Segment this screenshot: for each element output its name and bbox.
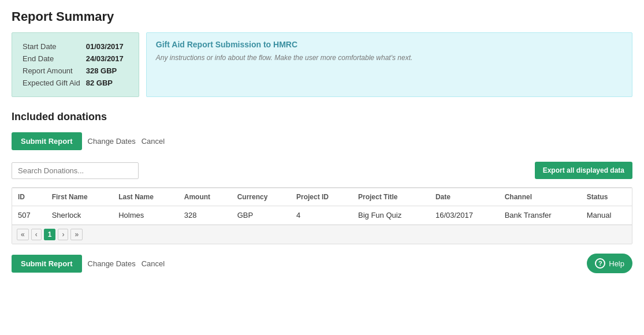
- help-label: Help: [609, 259, 624, 268]
- search-export-row: Export all displayed data: [12, 162, 632, 179]
- export-button[interactable]: Export all displayed data: [535, 162, 632, 179]
- cancel-button-bottom[interactable]: Cancel: [142, 259, 165, 268]
- summary-label: Expected Gift Aid: [23, 77, 85, 88]
- bottom-actions: Submit Report Change Dates Cancel: [12, 255, 165, 273]
- table-column-header: First Name: [46, 188, 113, 206]
- summary-value: 328 GBP: [86, 65, 128, 76]
- pagination-current[interactable]: 1: [44, 229, 56, 240]
- pagination-btn[interactable]: »: [70, 229, 83, 240]
- table-body: 507SherlockHolmes328GBP4Big Fun Quiz16/0…: [12, 206, 632, 225]
- help-icon: ?: [595, 258, 605, 269]
- table-cell: Holmes: [113, 206, 178, 225]
- table-row: 507SherlockHolmes328GBP4Big Fun Quiz16/0…: [12, 206, 632, 225]
- table-cell: GBP: [232, 206, 291, 225]
- bottom-bar: Submit Report Change Dates Cancel ? Help: [12, 254, 632, 273]
- table-column-header: Project Title: [352, 188, 430, 206]
- table-cell: Manual: [581, 206, 632, 225]
- summary-value: 82 GBP: [86, 77, 128, 88]
- summary-label: Start Date: [23, 41, 85, 52]
- table-cell: Bank Transfer: [499, 206, 581, 225]
- help-button[interactable]: ? Help: [587, 254, 632, 273]
- pagination-btn[interactable]: ‹: [31, 229, 42, 240]
- pagination-row: «‹1›»: [12, 225, 632, 244]
- summary-row-item: End Date24/03/2017: [23, 53, 128, 64]
- table-column-header: Last Name: [113, 188, 178, 206]
- change-dates-button-top[interactable]: Change Dates: [88, 137, 136, 146]
- top-action-bar: Submit Report Change Dates Cancel: [12, 132, 632, 150]
- donations-table-wrapper: IDFirst NameLast NameAmountCurrencyProje…: [12, 187, 632, 244]
- page-title: Report Summary: [12, 9, 632, 24]
- table-cell: Sherlock: [46, 206, 113, 225]
- table-column-header: Currency: [232, 188, 291, 206]
- table-cell: 328: [178, 206, 232, 225]
- table-cell: Big Fun Quiz: [352, 206, 430, 225]
- summary-row-item: Expected Gift Aid82 GBP: [23, 77, 128, 88]
- table-column-header: ID: [12, 188, 46, 206]
- summary-table: Start Date01/03/2017End Date24/03/2017Re…: [21, 40, 129, 90]
- summary-blue-box: Gift Aid Report Submission to HMRC Any i…: [146, 32, 632, 97]
- table-header: IDFirst NameLast NameAmountCurrencyProje…: [12, 188, 632, 206]
- summary-value: 24/03/2017: [86, 53, 128, 64]
- table-column-header: Status: [581, 188, 632, 206]
- summary-label: End Date: [23, 53, 85, 64]
- summary-label: Report Amount: [23, 65, 85, 76]
- summary-row-item: Start Date01/03/2017: [23, 41, 128, 52]
- search-input[interactable]: [12, 162, 139, 179]
- table-column-header: Date: [430, 188, 499, 206]
- table-cell: 16/03/2017: [430, 206, 499, 225]
- donations-table: IDFirst NameLast NameAmountCurrencyProje…: [12, 188, 632, 225]
- table-cell: 507: [12, 206, 46, 225]
- pagination-btn[interactable]: «: [17, 229, 29, 240]
- summary-row-item: Report Amount328 GBP: [23, 65, 128, 76]
- blue-box-description: Any instructions or info about the flow.…: [156, 54, 623, 62]
- table-column-header: Amount: [178, 188, 232, 206]
- summary-value: 01/03/2017: [86, 41, 128, 52]
- summary-green-box: Start Date01/03/2017End Date24/03/2017Re…: [12, 32, 139, 97]
- submit-report-button-bottom[interactable]: Submit Report: [12, 255, 82, 273]
- submit-report-button-top[interactable]: Submit Report: [12, 132, 82, 150]
- pagination-btn[interactable]: ›: [58, 229, 68, 240]
- included-donations-title: Included donations: [12, 111, 632, 123]
- table-cell: 4: [291, 206, 352, 225]
- change-dates-button-bottom[interactable]: Change Dates: [88, 259, 136, 268]
- table-column-header: Project ID: [291, 188, 352, 206]
- cancel-button-top[interactable]: Cancel: [142, 137, 165, 146]
- summary-row: Start Date01/03/2017End Date24/03/2017Re…: [12, 32, 632, 97]
- table-column-header: Channel: [499, 188, 581, 206]
- blue-box-title: Gift Aid Report Submission to HMRC: [156, 40, 623, 49]
